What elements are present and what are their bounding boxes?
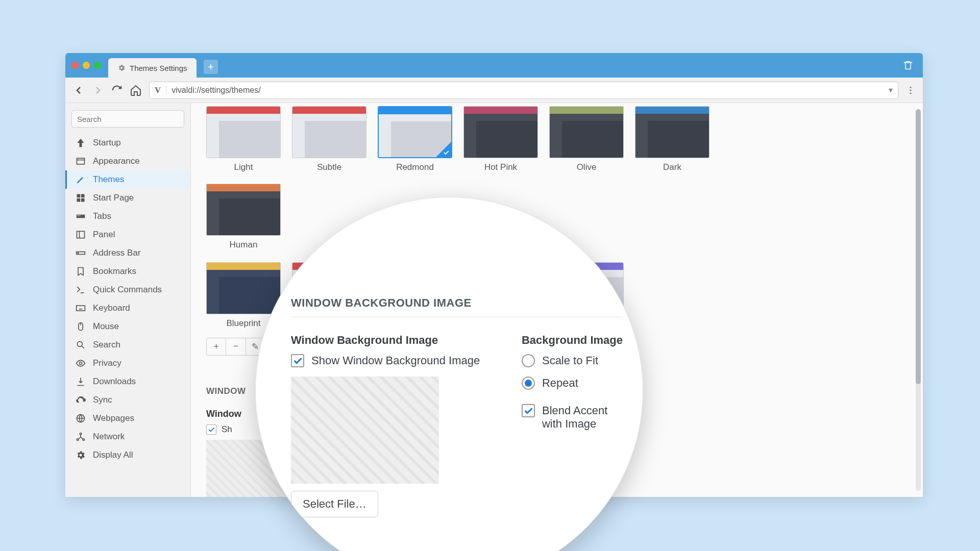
theme-name: Light bbox=[206, 162, 281, 172]
menu-button[interactable] bbox=[905, 85, 916, 95]
address-bar-icon bbox=[76, 248, 86, 258]
sidebar-search bbox=[71, 110, 184, 128]
minimize-window-button[interactable] bbox=[83, 62, 90, 69]
sidebar-item-bookmarks[interactable]: Bookmarks bbox=[65, 262, 190, 281]
sidebar-item-label: Privacy bbox=[93, 358, 121, 368]
zoom-section-title: WINDOW BACKGROUND IMAGE bbox=[291, 296, 623, 317]
zoom-radio-scale-label: Scale to Fit bbox=[542, 354, 598, 367]
checkbox-label: Sh bbox=[222, 424, 232, 435]
sidebar-item-privacy[interactable]: Privacy bbox=[65, 354, 190, 372]
url-text: vivaldi://settings/themes/ bbox=[172, 86, 260, 95]
zoom-select-file-button[interactable]: Select File… bbox=[291, 491, 378, 517]
home-button[interactable] bbox=[130, 84, 142, 96]
sidebar-item-tabs[interactable]: Tabs bbox=[65, 207, 190, 226]
sidebar-item-mouse[interactable]: Mouse bbox=[65, 317, 190, 336]
zoom-radio-scale[interactable] bbox=[522, 354, 535, 367]
theme-name: Human bbox=[206, 240, 281, 250]
scrollbar[interactable] bbox=[916, 109, 921, 491]
zoom-subtitle-right: Background Image bbox=[522, 334, 623, 347]
svg-point-12 bbox=[78, 253, 79, 254]
tabs-icon bbox=[76, 211, 86, 221]
svg-point-19 bbox=[77, 439, 79, 440]
sidebar-item-themes[interactable]: Themes bbox=[65, 170, 190, 189]
sidebar-item-sync[interactable]: Sync bbox=[65, 391, 190, 409]
sidebar-item-start-page[interactable]: Start Page bbox=[65, 189, 190, 207]
theme-card[interactable]: Subtle bbox=[292, 106, 366, 172]
zoom-checkbox-label: Show Window Background Image bbox=[311, 354, 480, 367]
theme-name: Redmond bbox=[378, 162, 452, 172]
display-all-icon bbox=[76, 450, 86, 460]
maximize-window-button[interactable] bbox=[94, 62, 101, 69]
sidebar-item-label: Appearance bbox=[93, 156, 140, 166]
mouse-icon bbox=[76, 321, 86, 332]
new-tab-button[interactable] bbox=[204, 60, 218, 74]
zoom-radio-repeat-label: Repeat bbox=[542, 377, 578, 390]
svg-rect-6 bbox=[77, 198, 81, 202]
zoom-checkbox-blend[interactable] bbox=[522, 404, 535, 417]
theme-card[interactable]: Human bbox=[206, 184, 281, 250]
dropdown-icon[interactable]: ▾ bbox=[889, 85, 893, 95]
svg-point-18 bbox=[80, 433, 81, 435]
sidebar-item-downloads[interactable]: Downloads bbox=[65, 372, 190, 391]
gear-icon bbox=[117, 64, 126, 72]
sidebar-item-network[interactable]: Network bbox=[65, 428, 190, 446]
sidebar-item-quick-commands[interactable]: Quick Commands bbox=[65, 281, 190, 299]
theme-card[interactable]: Olive bbox=[549, 106, 624, 172]
downloads-icon bbox=[76, 377, 86, 387]
theme-name: Subtle bbox=[292, 162, 366, 172]
theme-card[interactable]: Light bbox=[206, 106, 281, 172]
sidebar-item-display-all[interactable]: Display All bbox=[65, 446, 190, 464]
address-bar[interactable]: V vivaldi://settings/themes/ ▾ bbox=[149, 82, 898, 99]
theme-add-button[interactable]: + bbox=[207, 338, 226, 355]
zoom-checkbox-show-bg[interactable] bbox=[291, 354, 304, 367]
quick-commands-icon bbox=[76, 285, 86, 295]
theme-actions: + − ✎ bbox=[206, 338, 265, 356]
sidebar-item-label: Themes bbox=[93, 174, 124, 185]
trash-icon[interactable] bbox=[902, 60, 914, 71]
sidebar-item-label: Tabs bbox=[93, 211, 111, 221]
browser-tab[interactable]: Themes Settings bbox=[108, 58, 197, 78]
sidebar-item-appearance[interactable]: Appearance bbox=[65, 152, 190, 170]
back-button[interactable] bbox=[72, 84, 85, 96]
sidebar-item-label: Network bbox=[93, 432, 125, 442]
svg-rect-7 bbox=[81, 198, 85, 202]
sidebar-item-label: Downloads bbox=[93, 377, 136, 387]
search-input[interactable] bbox=[71, 110, 184, 128]
sidebar-item-keyboard[interactable]: Keyboard bbox=[65, 299, 190, 317]
appearance-icon bbox=[76, 156, 86, 166]
theme-card[interactable]: Hot Pink bbox=[463, 106, 538, 172]
sidebar-item-label: Sync bbox=[93, 395, 112, 405]
sidebar-item-address-bar[interactable]: Address Bar bbox=[65, 244, 190, 262]
theme-card[interactable]: Dark bbox=[635, 106, 709, 172]
theme-name: Hot Pink bbox=[463, 162, 538, 172]
svg-rect-3 bbox=[77, 158, 85, 164]
theme-card[interactable]: Redmond bbox=[378, 106, 452, 172]
sidebar-item-label: Display All bbox=[93, 450, 133, 460]
theme-remove-button[interactable]: − bbox=[226, 338, 246, 355]
zoom-checkbox-blend-label: Blend Accent with Image bbox=[542, 404, 619, 431]
window-controls bbox=[71, 62, 101, 69]
close-window-button[interactable] bbox=[71, 62, 79, 69]
zoom-subtitle-left: Window Background Image bbox=[291, 334, 491, 347]
zoom-radio-repeat[interactable] bbox=[522, 377, 535, 390]
svg-rect-13 bbox=[77, 306, 85, 311]
svg-point-2 bbox=[910, 92, 911, 94]
svg-rect-10 bbox=[77, 231, 85, 238]
sidebar-item-search[interactable]: Search bbox=[65, 336, 190, 354]
sidebar-item-panel[interactable]: Panel bbox=[65, 226, 190, 244]
sidebar-item-label: Address Bar bbox=[93, 248, 141, 258]
svg-rect-5 bbox=[81, 194, 85, 198]
sidebar-item-label: Startup bbox=[93, 138, 121, 148]
svg-rect-9 bbox=[77, 215, 81, 216]
start-page-icon bbox=[76, 193, 86, 203]
checkbox-show-bg[interactable] bbox=[206, 424, 216, 435]
sidebar-item-label: Quick Commands bbox=[93, 285, 162, 295]
panel-icon bbox=[76, 230, 86, 240]
sidebar-item-label: Webpages bbox=[93, 413, 134, 423]
sidebar-item-startup[interactable]: Startup bbox=[65, 134, 190, 152]
theme-name: Dark bbox=[635, 162, 709, 172]
reload-button[interactable] bbox=[111, 85, 122, 96]
forward-button[interactable] bbox=[92, 84, 104, 96]
sidebar-item-label: Search bbox=[93, 340, 120, 350]
sidebar-item-webpages[interactable]: Webpages bbox=[65, 409, 190, 428]
